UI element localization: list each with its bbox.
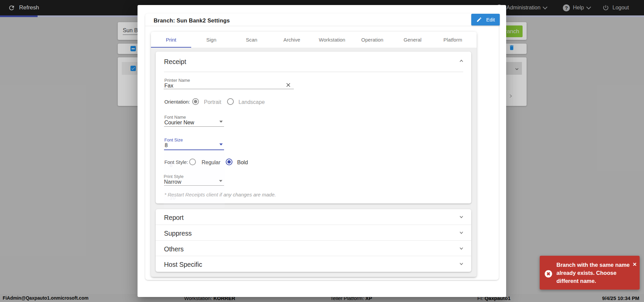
expand-chevron-down-icon bbox=[459, 262, 464, 266]
font-size-label: Font Size bbox=[164, 137, 183, 142]
radio-landscape[interactable] bbox=[227, 98, 234, 105]
error-circle-x-icon: ✖ bbox=[545, 270, 552, 278]
receipt-panel-title: Receipt bbox=[164, 58, 186, 66]
toast-close-icon[interactable]: ✕ bbox=[633, 261, 637, 267]
expand-chevron-down-icon bbox=[459, 246, 464, 251]
printer-name-label: Printer Name bbox=[164, 78, 190, 83]
bold-label: Bold bbox=[237, 160, 248, 166]
tab-bar: Print Sign Scan Archive Workstation Oper… bbox=[151, 32, 477, 48]
expand-chevron-down-icon bbox=[459, 215, 464, 219]
settings-tabs-card: Print Sign Scan Archive Workstation Oper… bbox=[151, 32, 477, 277]
fading-font-size-menu: 8 10 bbox=[164, 152, 225, 208]
screen: Administration ? Help Logout FiAdmin@Qax… bbox=[0, 0, 644, 302]
select-arrow-icon bbox=[219, 143, 223, 145]
panel-suppress-title: Suppress bbox=[164, 230, 192, 237]
font-size-select[interactable]: 8 bbox=[165, 142, 168, 148]
panel-others[interactable]: Others bbox=[156, 241, 471, 256]
tab-workstation[interactable]: Workstation bbox=[312, 32, 352, 48]
select-arrow-icon bbox=[219, 121, 223, 123]
tab-archive[interactable]: Archive bbox=[272, 32, 312, 48]
landscape-label: Landscape bbox=[238, 99, 265, 105]
receipt-header-divider bbox=[164, 72, 463, 72]
expand-chevron-down-icon bbox=[459, 231, 464, 235]
orientation-label: Orientation: bbox=[164, 99, 190, 105]
radio-dot bbox=[194, 100, 197, 103]
panel-suppress[interactable]: Suppress bbox=[156, 225, 471, 241]
radio-dot bbox=[227, 160, 231, 164]
tab-scan[interactable]: Scan bbox=[231, 32, 272, 48]
branch-settings-card: Branch: Sun Bank2 Settings Edit Print Si… bbox=[145, 13, 499, 280]
collapse-chevron-up-icon[interactable] bbox=[459, 59, 464, 63]
panel-host-specific-title: Host Specific bbox=[164, 261, 202, 268]
tab-general[interactable]: General bbox=[392, 32, 433, 48]
branch-settings-dialog: Branch: Sun Bank2 Settings Edit Print Si… bbox=[138, 5, 506, 297]
menu-option: 8 bbox=[170, 162, 173, 168]
collapsed-panels-card: Report Suppress Others bbox=[156, 209, 471, 272]
error-x-glyph: ✖ bbox=[545, 270, 552, 278]
font-name-underline bbox=[164, 126, 224, 127]
toast-message: Branch with the same name already exists… bbox=[556, 257, 634, 289]
pencil-icon bbox=[476, 17, 482, 22]
printer-name-input[interactable]: Fax bbox=[164, 83, 173, 89]
tab-print[interactable]: Print bbox=[151, 32, 191, 48]
panel-host-specific[interactable]: Host Specific bbox=[156, 256, 471, 272]
panel-report[interactable]: Report bbox=[156, 209, 471, 225]
active-tab-indicator bbox=[151, 47, 191, 48]
portrait-label: Portrait bbox=[204, 99, 221, 105]
panel-others-title: Others bbox=[164, 245, 184, 253]
font-size-underline-focused bbox=[164, 149, 224, 150]
edit-button[interactable]: Edit bbox=[471, 14, 500, 25]
tab-platform[interactable]: Platform bbox=[433, 32, 473, 48]
receipt-panel: Receipt Printer Name Fax Orientation: Po… bbox=[156, 52, 471, 203]
header-divider bbox=[145, 26, 499, 26]
font-name-select[interactable]: Courier New bbox=[164, 120, 194, 126]
radio-bold[interactable] bbox=[226, 159, 232, 165]
panel-report-title: Report bbox=[164, 214, 184, 222]
toast-message-text: Branch with the same name already exists… bbox=[556, 261, 634, 285]
tab-sign[interactable]: Sign bbox=[191, 32, 231, 48]
dialog-title: Branch: Sun Bank2 Settings bbox=[154, 17, 230, 24]
radio-portrait[interactable] bbox=[192, 98, 199, 105]
clear-icon[interactable] bbox=[286, 82, 291, 87]
printer-name-underline bbox=[164, 89, 294, 89]
edit-label: Edit bbox=[486, 17, 495, 22]
menu-option: 10 bbox=[170, 195, 176, 201]
tab-operation[interactable]: Operation bbox=[352, 32, 392, 48]
font-name-label: Font Name bbox=[164, 115, 186, 120]
